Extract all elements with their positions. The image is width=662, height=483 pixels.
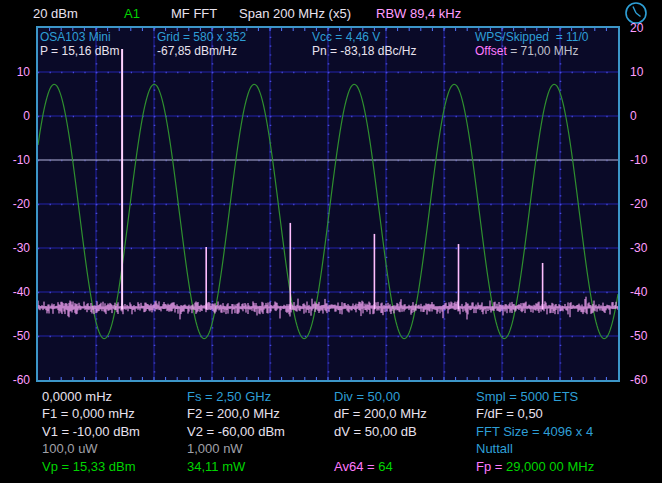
- axis-tick-label: 0: [0, 109, 30, 123]
- text-part: -67,85 dBm/Hz: [157, 44, 237, 58]
- text-part: Smpl = 5000 ETS: [476, 389, 578, 404]
- text-part: Vp = 15,33 dBm: [42, 459, 136, 474]
- text-part: 64: [378, 459, 392, 474]
- text-part: = 71,00 MHz: [507, 44, 579, 58]
- axis-tick-label: -20: [630, 197, 647, 211]
- channel-indicator[interactable]: A1: [124, 6, 140, 21]
- spacer: [334, 440, 427, 457]
- text-part: P = 15,16 dBm: [40, 44, 120, 58]
- axis-tick-label: -50: [0, 329, 30, 343]
- text-part: F/dF = 0,50: [476, 406, 543, 421]
- status-column-range: Fs = 2,50 GHzF2 = 200,0 MHzV2 = -60,00 d…: [187, 388, 285, 475]
- fft-size-setting[interactable]: FFT Size = 4096 x 4: [476, 423, 594, 440]
- text-part: Grid = 580 x 352: [157, 30, 246, 44]
- text-part: V2 = -60,00 dBm: [187, 424, 285, 439]
- text-part: Pn = -83,18 dBc/Hz: [312, 44, 416, 58]
- text-part: dF = 200,0 MHz: [334, 406, 427, 421]
- wps-skipped-readout: WPS/Skipped = 11/0: [475, 30, 589, 44]
- fs-setting[interactable]: Fs = 2,50 GHz: [187, 388, 285, 405]
- text-part: Av64 =: [334, 459, 378, 474]
- axis-tick-label: 10: [630, 65, 643, 79]
- plot-frame: OSA103 MiniP = 15,16 dBm Grid = 580 x 35…: [36, 26, 620, 382]
- axis-tick-label: -40: [630, 285, 647, 299]
- text-part: WPS/Skipped = 11/0: [475, 30, 589, 44]
- vcc-readout: Vcc = 4,46 V: [312, 30, 416, 44]
- span-readout[interactable]: Span 200 MHz (x5): [239, 6, 351, 21]
- text-part: 100,0 uW: [42, 441, 98, 456]
- axis-tick-label: -10: [630, 153, 647, 167]
- text-part: 29,000 00 MHz: [506, 459, 594, 474]
- fp-setting[interactable]: Fp = 29,000 00 MHz: [476, 458, 594, 475]
- div-setting[interactable]: Div = 50,00: [334, 388, 427, 405]
- density-readout: -67,85 dBm/Hz: [157, 44, 246, 58]
- v2-setting[interactable]: V2 = -60,00 dBm: [187, 423, 285, 440]
- vp-readout: Vp = 15,33 dBm: [42, 458, 140, 475]
- device-name: OSA103 Mini: [40, 30, 120, 44]
- axis-tick-label: 20: [630, 21, 643, 35]
- ref-level-readout[interactable]: 20 dBm: [33, 6, 78, 21]
- text-part: 0,0000 mHz: [42, 389, 112, 404]
- text-part: V1 = -10,00 dBm: [42, 424, 140, 439]
- power-uw-readout: 100,0 uW: [42, 440, 140, 457]
- text-part: Fs = 2,50 GHz: [187, 389, 271, 404]
- status-column-frequency: 0,0000 mHzF1 = 0,000 mHzV1 = -10,00 dBm1…: [42, 388, 140, 475]
- phase-noise-readout: Pn = -83,18 dBc/Hz: [312, 44, 416, 58]
- text-part: 34,11 mW: [187, 459, 245, 474]
- df-setting[interactable]: dF = 200,0 MHz: [334, 405, 427, 422]
- rbw-readout[interactable]: RBW 89,4 kHz: [376, 6, 461, 21]
- text-part: F1 = 0,000 mHz: [42, 406, 135, 421]
- axis-tick-label: -30: [0, 241, 30, 255]
- text-part: 1,000 nW: [187, 441, 243, 456]
- marker-freq-readout: 0,0000 mHz: [42, 388, 140, 405]
- power-nw-readout: 1,000 nW: [187, 440, 285, 457]
- axis-tick-label: -30: [630, 241, 647, 255]
- axis-tick-label: -50: [630, 329, 647, 343]
- axis-tick-label: 0: [630, 109, 637, 123]
- fdf-setting[interactable]: F/dF = 0,50: [476, 405, 594, 422]
- sample-mode-setting[interactable]: Smpl = 5000 ETS: [476, 388, 594, 405]
- text-part: OSA103 Mini: [40, 30, 111, 44]
- dv-setting[interactable]: dV = 50,00 dB: [334, 423, 427, 440]
- offset-readout: Offset = 71,00 MHz: [475, 44, 589, 58]
- text-part: FFT Size = 4096 x 4: [476, 424, 593, 439]
- f1-setting[interactable]: F1 = 0,000 mHz: [42, 405, 140, 422]
- text-part: Div = 50,00: [334, 389, 400, 404]
- f2-setting[interactable]: F2 = 200,0 MHz: [187, 405, 285, 422]
- app-window: 20 dBm A1 MF FFT Span 200 MHz (x5) RBW 8…: [0, 0, 662, 483]
- overlay-grid-column: Grid = 580 x 352-67,85 dBm/Hz: [157, 30, 246, 58]
- text-part: Nuttall: [476, 441, 513, 456]
- axis-tick-label: -20: [0, 197, 30, 211]
- overlay-wps-column: WPS/Skipped = 11/0Offset = 71,00 MHz: [475, 30, 589, 58]
- window-setting[interactable]: Nuttall: [476, 440, 594, 457]
- axis-tick-label: -10: [0, 153, 30, 167]
- text-part: Vcc = 4,46 V: [312, 30, 380, 44]
- text-part: Offset: [475, 44, 507, 58]
- axis-tick-label: 10: [0, 65, 30, 79]
- mode-readout[interactable]: MF FFT: [171, 6, 217, 21]
- spectrum-plot[interactable]: [38, 28, 618, 380]
- v1-setting[interactable]: V1 = -10,00 dBm: [42, 423, 140, 440]
- averaging-readout[interactable]: Av64 = 64: [334, 458, 427, 475]
- text-part: dV = 50,00 dB: [334, 424, 417, 439]
- grid-size-readout: Grid = 580 x 352: [157, 30, 246, 44]
- status-column-div: Div = 50,00dF = 200,0 MHzdV = 50,00 dBAv…: [334, 388, 427, 475]
- overlay-device-column: OSA103 MiniP = 15,16 dBm: [40, 30, 120, 58]
- overlay-vcc-column: Vcc = 4,46 VPn = -83,18 dBc/Hz: [312, 30, 416, 58]
- peak-power-readout: P = 15,16 dBm: [40, 44, 120, 58]
- text-part: F2 = 200,0 MHz: [187, 406, 280, 421]
- status-panel: 0,0000 mHzF1 = 0,000 mHzV1 = -10,00 dBm1…: [0, 385, 662, 483]
- top-bar: 20 dBm A1 MF FFT Span 200 MHz (x5) RBW 8…: [0, 0, 662, 26]
- power-mw-readout: 34,11 mW: [187, 458, 285, 475]
- status-column-sampling: Smpl = 5000 ETSF/dF = 0,50FFT Size = 409…: [476, 388, 594, 475]
- axis-tick-label: -40: [0, 285, 30, 299]
- text-part: Fp =: [476, 459, 506, 474]
